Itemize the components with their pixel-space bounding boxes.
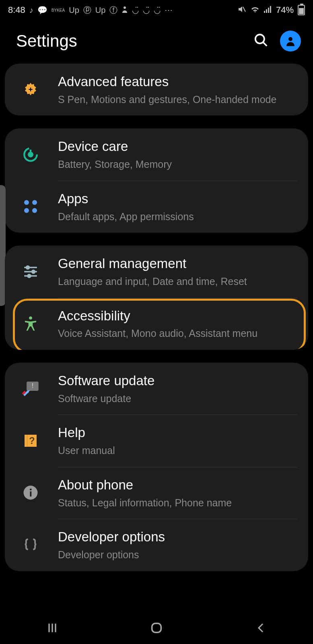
smile-icon: ◡̈ [143, 5, 150, 15]
item-subtitle: Developer options [58, 548, 297, 561]
item-text: Software update Software update [58, 372, 297, 405]
more-icon: ⋯ [165, 5, 173, 15]
item-text: Apps Default apps, App permissions [58, 190, 297, 223]
svg-point-26 [30, 489, 32, 491]
item-text: Accessibility Voice Assistant, Mono audi… [58, 308, 297, 340]
status-time: 8:48 [8, 5, 25, 15]
settings-item-developer-options[interactable]: Developer options Developer options [5, 519, 308, 571]
svg-rect-21 [25, 435, 27, 447]
update-icon: ! [14, 380, 47, 398]
item-title: Help [58, 424, 297, 442]
item-text: About phone Status, Legal information, P… [58, 477, 297, 509]
sliders-icon [14, 263, 47, 280]
item-title: About phone [58, 477, 297, 494]
item-subtitle: Language and input, Date and time, Reset [58, 275, 297, 288]
settings-item-device-care[interactable]: Device care Battery, Storage, Memory [5, 128, 308, 180]
recents-button[interactable] [40, 620, 64, 636]
settings-item-help[interactable]: ? Help User manual [5, 415, 308, 466]
settings-item-advanced-features[interactable]: + Advanced features S Pen, Motions and g… [5, 64, 308, 116]
item-title: Apps [58, 190, 297, 208]
svg-text:?: ? [29, 436, 35, 446]
settings-item-apps[interactable]: Apps Default apps, App permissions [5, 181, 308, 233]
item-title: Software update [58, 372, 297, 390]
upwork-icon: Up [69, 6, 79, 15]
item-title: Device care [58, 138, 297, 155]
svg-point-13 [27, 266, 29, 269]
svg-rect-25 [30, 491, 31, 497]
bykea-icon: BYKEA [51, 8, 65, 12]
battery-icon [298, 5, 305, 15]
item-text: Help User manual [58, 424, 297, 457]
settings-group: + Advanced features S Pen, Motions and g… [5, 64, 308, 116]
apps-icon [14, 200, 47, 213]
search-button[interactable] [253, 33, 269, 50]
header-actions [253, 31, 301, 52]
status-left: 8:48 ♪ 💬 BYKEA Up ⓟ Up ⓕ ◡̈ ◡̈ ◡̈ ⋯ [8, 5, 173, 16]
svg-rect-3 [266, 9, 267, 13]
wifi-icon [250, 6, 260, 15]
help-icon: ? [14, 433, 47, 449]
svg-rect-30 [152, 623, 161, 633]
info-icon [14, 485, 47, 500]
battery-percent: 74% [276, 5, 294, 15]
item-text: General management Language and input, D… [58, 255, 297, 288]
settings-item-software-update[interactable]: ! Software update Software update [5, 363, 308, 415]
item-subtitle: Default apps, App permissions [58, 210, 297, 223]
svg-text:+: + [28, 85, 33, 93]
upwork-icon: Up [95, 6, 106, 15]
item-subtitle: Software update [58, 392, 297, 405]
back-button[interactable] [249, 620, 273, 636]
item-title: Accessibility [58, 308, 297, 325]
settings-group: ! Software update Software update ? Help… [5, 363, 308, 571]
item-title: Developer options [58, 528, 297, 546]
music-note-icon: ♪ [29, 6, 33, 15]
home-button[interactable] [144, 620, 169, 636]
svg-point-0 [124, 6, 126, 9]
item-subtitle: Status, Legal information, Phone name [58, 496, 297, 510]
pinterest-icon: ⓟ [83, 5, 91, 16]
svg-line-7 [263, 42, 267, 46]
svg-text:!: ! [32, 382, 34, 389]
accessibility-icon [14, 315, 47, 332]
device-care-icon [14, 146, 47, 163]
settings-group: General management Language and input, D… [5, 246, 308, 350]
status-bar: 8:48 ♪ 💬 BYKEA Up ⓟ Up ⓕ ◡̈ ◡̈ ◡̈ ⋯ 74% [0, 0, 313, 20]
settings-item-general-management[interactable]: General management Language and input, D… [5, 246, 308, 297]
svg-point-8 [288, 37, 292, 41]
item-text: Advanced features S Pen, Motions and ges… [58, 73, 297, 106]
item-title: Advanced features [58, 73, 297, 91]
page-header: Settings [0, 20, 313, 64]
item-subtitle: User manual [58, 444, 297, 457]
smile-icon: ◡̈ [154, 5, 161, 15]
braces-icon [14, 537, 47, 553]
svg-point-18 [29, 316, 32, 320]
item-subtitle: Battery, Storage, Memory [58, 158, 297, 171]
status-right: 74% [237, 5, 305, 15]
account-button[interactable] [280, 31, 301, 52]
svg-rect-2 [264, 11, 265, 13]
facebook-icon: ⓕ [109, 5, 117, 16]
smile-icon: ◡̈ [132, 5, 139, 15]
svg-point-11 [28, 152, 33, 157]
item-subtitle: S Pen, Motions and gestures, One-handed … [58, 93, 297, 106]
item-text: Developer options Developer options [58, 528, 297, 561]
page-title: Settings [16, 31, 77, 51]
person-icon [121, 6, 128, 15]
settings-item-accessibility[interactable]: Accessibility Voice Assistant, Mono audi… [5, 298, 308, 350]
item-text: Device care Battery, Storage, Memory [58, 138, 297, 171]
item-title: General management [58, 255, 297, 272]
settings-list: + Advanced features S Pen, Motions and g… [0, 64, 313, 571]
svg-point-6 [255, 35, 264, 43]
signal-icon [264, 6, 272, 15]
svg-line-1 [243, 7, 245, 12]
mute-vibrate-icon [237, 5, 246, 15]
settings-group: Device care Battery, Storage, Memory App… [5, 128, 308, 233]
navigation-bar [0, 612, 313, 644]
settings-item-about-phone[interactable]: About phone Status, Legal information, P… [5, 467, 308, 519]
svg-rect-4 [268, 8, 269, 13]
svg-rect-5 [270, 6, 271, 13]
gear-plus-icon: + [14, 81, 47, 98]
item-subtitle: Voice Assistant, Mono audio, Assistant m… [58, 327, 297, 340]
chat-icon: 💬 [37, 5, 47, 15]
svg-point-17 [28, 275, 31, 277]
